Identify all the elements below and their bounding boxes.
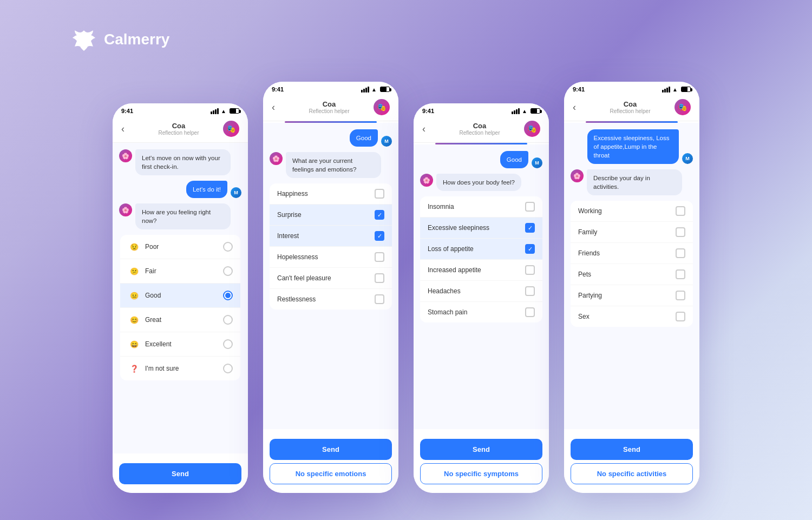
status-icons-2: ▲ (361, 87, 390, 93)
bot-avatar-1b: 🌸 (119, 203, 132, 216)
option-insomnia[interactable]: Insomnia (420, 196, 542, 218)
no-specific-activities-button[interactable]: No specific activities (571, 463, 693, 484)
bubble-bot-2-1: What are your current feelings and emoti… (286, 152, 381, 178)
signal-icon (211, 108, 219, 114)
great-radio[interactable] (223, 315, 233, 325)
option-great[interactable]: 😊 Great (120, 308, 240, 332)
option-surprise[interactable]: Surprise ✓ (270, 205, 392, 226)
back-button-1[interactable]: ‹ (121, 123, 134, 135)
avatar-4[interactable]: 🎭 (675, 99, 691, 115)
not-sure-radio[interactable] (223, 364, 233, 373)
no-specific-symptoms-button[interactable]: No specific symptoms (420, 463, 542, 484)
headaches-checkbox[interactable] (525, 286, 535, 296)
working-checkbox[interactable] (676, 206, 685, 216)
good-radio[interactable] (223, 291, 233, 300)
hopelessness-checkbox[interactable] (375, 252, 384, 262)
wifi-icon-4: ▲ (672, 87, 678, 93)
option-friends[interactable]: Friends (571, 243, 693, 264)
option-excellent[interactable]: 😄 Excellent (120, 332, 240, 357)
bot-msg-4-1: 🌸 Describe your day in activities. (571, 169, 693, 195)
user-msg-2-1: Good M (270, 129, 392, 147)
bubble-user-3-1: Good (500, 151, 528, 168)
option-family[interactable]: Family (571, 222, 693, 243)
restlessness-checkbox[interactable] (375, 294, 384, 304)
excellent-radio[interactable] (223, 339, 233, 349)
send-button-4[interactable]: Send (571, 439, 693, 460)
status-icons-1: ▲ (211, 108, 239, 114)
option-happiness[interactable]: Happiness (270, 183, 392, 205)
fair-icon: 😕 (128, 265, 141, 278)
back-button-4[interactable]: ‹ (573, 102, 586, 113)
option-increased-appetite[interactable]: Increased appetite (420, 260, 542, 281)
send-button-1[interactable]: Send (119, 463, 241, 484)
header-center-1: Coa Reflection helper (158, 122, 199, 136)
option-excessive-sleepiness[interactable]: Excessive sleepiness ✓ (420, 218, 542, 239)
time-1: 9:41 (121, 108, 133, 114)
wifi-icon: ▲ (221, 108, 226, 114)
option-sex[interactable]: Sex (571, 306, 693, 327)
user-msg-3-1: Good M (420, 151, 542, 168)
family-checkbox[interactable] (676, 227, 685, 237)
option-cant-feel-pleasure[interactable]: Can't feel pleasure (270, 268, 392, 289)
option-pets[interactable]: Pets (571, 264, 693, 285)
send-button-3[interactable]: Send (420, 439, 542, 460)
option-interest[interactable]: Interest ✓ (270, 226, 392, 247)
battery-icon-2 (380, 87, 390, 92)
status-bar-4: 9:41 ▲ (564, 82, 699, 95)
pets-checkbox[interactable] (676, 269, 685, 279)
interest-checkbox[interactable]: ✓ (375, 231, 384, 241)
option-working[interactable]: Working (571, 201, 693, 222)
option-hopelessness[interactable]: Hopelessness (270, 247, 392, 268)
user-avatar-2: M (381, 136, 392, 147)
option-loss-of-appetite[interactable]: Loss of appetite ✓ (420, 239, 542, 260)
excessive-sleepiness-checkbox[interactable]: ✓ (525, 223, 535, 233)
wifi-icon-3: ▲ (522, 108, 527, 114)
back-button-3[interactable]: ‹ (422, 123, 435, 135)
header-sub-1: Reflection helper (158, 130, 199, 136)
battery-icon (230, 108, 239, 114)
increased-appetite-checkbox[interactable] (525, 265, 535, 275)
happiness-label: Happiness (277, 190, 308, 198)
status-bar-1: 9:41 ▲ (113, 103, 248, 116)
surprise-checkbox[interactable]: ✓ (375, 210, 384, 220)
signal-icon-2 (361, 87, 369, 93)
user-msg-1-1: Let's do it! M (119, 181, 241, 198)
happiness-checkbox[interactable] (375, 189, 384, 199)
cant-feel-pleasure-label: Can't feel pleasure (277, 274, 331, 282)
avatar-3[interactable]: 🎭 (524, 121, 540, 137)
send-button-2[interactable]: Send (270, 439, 392, 460)
chat-footer-3: Send No specific symptoms (414, 429, 549, 493)
poor-radio[interactable] (223, 242, 233, 252)
poor-label: Poor (145, 243, 159, 251)
header-name-3: Coa (459, 122, 500, 130)
back-button-2[interactable]: ‹ (272, 102, 285, 113)
cant-feel-checkbox[interactable] (375, 273, 384, 283)
user-avatar-3: M (532, 157, 542, 168)
avatar-2[interactable]: 🎭 (374, 99, 390, 115)
status-bar-3: 9:41 ▲ (414, 103, 549, 116)
partying-checkbox[interactable] (676, 291, 685, 300)
option-restlessness[interactable]: Restlessness (270, 289, 392, 310)
option-not-sure[interactable]: ❓ I'm not sure (120, 357, 240, 380)
option-stomach-pain[interactable]: Stomach pain (420, 302, 542, 322)
loss-appetite-checkbox[interactable]: ✓ (525, 244, 535, 254)
chat-header-3: ‹ Coa Reflection helper 🎭 (414, 116, 549, 143)
no-specific-emotions-button[interactable]: No specific emotions (270, 463, 392, 484)
option-good[interactable]: 😐 Good (120, 284, 240, 308)
user-msg-4-1: Excessive sleepiness, Loss of appetite,L… (571, 129, 693, 164)
fair-radio[interactable] (223, 266, 233, 276)
option-partying[interactable]: Partying (571, 285, 693, 306)
option-poor[interactable]: 😟 Poor (120, 235, 240, 259)
avatar-1[interactable]: 🎭 (223, 121, 239, 137)
chat-body-4: Excessive sleepiness, Loss of appetite,L… (564, 123, 699, 429)
wifi-icon-2: ▲ (371, 87, 377, 93)
option-fair[interactable]: 😕 Fair (120, 259, 240, 284)
insomnia-label: Insomnia (428, 203, 454, 210)
interest-label: Interest (277, 232, 299, 240)
friends-checkbox[interactable] (676, 248, 685, 258)
hopelessness-label: Hopelessness (277, 253, 318, 261)
stomach-pain-checkbox[interactable] (525, 307, 535, 317)
insomnia-checkbox[interactable] (525, 202, 535, 212)
option-headaches[interactable]: Headaches (420, 281, 542, 302)
sex-checkbox[interactable] (676, 312, 685, 321)
